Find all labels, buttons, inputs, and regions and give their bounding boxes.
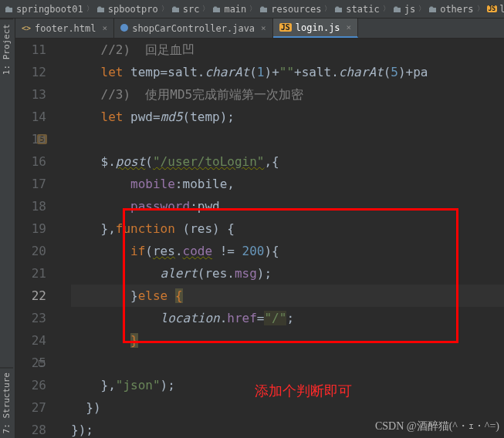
code-line[interactable]: },function (res) { — [71, 217, 504, 240]
code-line[interactable]: password:pwd — [71, 195, 504, 217]
chevron-right-icon: 〉 — [202, 4, 209, 14]
close-icon[interactable]: × — [261, 23, 266, 33]
breadcrumb-label: others — [440, 4, 473, 15]
annotation-text: 添加个判断即可 — [255, 382, 352, 400]
line-number: 16 — [15, 150, 46, 173]
breadcrumb-label: springboot01 — [16, 4, 83, 15]
folder-icon: 🖿 — [171, 4, 181, 15]
line-number: 155− — [15, 128, 46, 150]
line-number: 12 — [15, 61, 46, 83]
breadcrumb-item[interactable]: 🖿main — [212, 4, 246, 15]
fold-icon[interactable]: − — [39, 136, 45, 143]
line-number: 20 — [15, 240, 46, 262]
breadcrumb-label: js — [404, 4, 415, 15]
line-number: 21 — [15, 262, 46, 285]
line-number: 13 — [15, 83, 46, 106]
line-number: 25− — [15, 352, 46, 374]
breadcrumb-label: resources — [271, 4, 321, 15]
code-line[interactable]: mobile:mobile, — [71, 173, 504, 195]
breadcrumb-label: main — [224, 4, 246, 15]
code-line[interactable]: let pwd=md5(temp); — [71, 106, 504, 128]
code-line[interactable]: let temp=salt.charAt(1)+""+salt.charAt(5… — [71, 61, 504, 83]
gutter: 11121314155−16171819202122💡232425−262728 — [15, 39, 62, 438]
chevron-right-icon: 〉 — [383, 4, 390, 14]
tab-label: shopCarController.java — [132, 23, 255, 34]
code-line[interactable]: $.post("/user/toLogin",{ — [71, 150, 504, 173]
breadcrumb-item[interactable]: 🖿src — [171, 4, 200, 15]
js-file-icon: JS — [279, 23, 292, 32]
line-number: 19 — [15, 217, 46, 240]
breadcrumb-label: spbootpro — [108, 4, 158, 15]
breadcrumb-item[interactable]: 🖿js — [393, 4, 415, 15]
editor-tabs: <>footer.html×shopCarController.java×JSl… — [15, 19, 504, 39]
line-number: 22💡 — [15, 285, 46, 307]
code-line[interactable]: //3) 使用MD5完成前端第一次加密 — [71, 83, 504, 106]
tab-label: footer.html — [35, 23, 96, 34]
breadcrumb-label: src — [183, 4, 200, 15]
editor-tab[interactable]: shopCarController.java× — [114, 19, 273, 38]
fold-icon[interactable]: − — [39, 360, 45, 366]
watermark: CSDN @酒醉猫(^・ｪ・^=) — [375, 419, 499, 433]
line-number: 24 — [15, 329, 46, 352]
breadcrumb-item[interactable]: 🖿spbootpro — [96, 4, 158, 15]
sidebar-tab-project[interactable]: 1: Project — [0, 19, 13, 79]
chevron-right-icon: 〉 — [249, 4, 256, 14]
code-line[interactable] — [71, 352, 504, 374]
code-line[interactable] — [71, 128, 504, 150]
line-number: 28 — [15, 419, 46, 438]
line-number: 14 — [15, 106, 46, 128]
code-line[interactable]: location.href="/"; — [71, 307, 504, 329]
line-number: 23 — [15, 307, 46, 329]
folder-icon: 🖿 — [428, 4, 438, 15]
chevron-right-icon: 〉 — [477, 4, 484, 14]
chevron-right-icon: 〉 — [161, 4, 168, 14]
line-number: 27 — [15, 396, 46, 419]
breadcrumb-item[interactable]: 🖿static — [334, 4, 379, 15]
js-file-icon: JS — [487, 5, 498, 12]
breadcrumb-item[interactable]: 🖿others — [428, 4, 473, 15]
code-editor[interactable]: 11121314155−16171819202122💡232425−262728… — [15, 39, 504, 438]
chevron-right-icon: 〉 — [324, 4, 331, 14]
code-line[interactable]: }else { — [71, 285, 504, 307]
breadcrumb-item[interactable]: JSlogin.js — [487, 4, 504, 15]
code-area[interactable]: //2) 回足血凹 let temp=salt.charAt(1)+""+sal… — [62, 39, 504, 438]
line-number: 11 — [15, 39, 46, 61]
folder-icon: 🖿 — [96, 4, 106, 15]
breadcrumb-label: static — [346, 4, 379, 15]
breadcrumb-item[interactable]: 🖿springboot01 — [5, 4, 83, 15]
line-number: 18 — [15, 195, 46, 217]
code-line[interactable]: if(res.code != 200){ — [71, 240, 504, 262]
folder-icon: 🖿 — [393, 4, 402, 15]
code-line[interactable]: alert(res.msg); — [71, 262, 504, 285]
breadcrumb-label: login.js — [499, 4, 504, 15]
folder-icon: 🖿 — [212, 4, 222, 15]
breadcrumb: 🖿springboot01〉🖿spbootpro〉🖿src〉🖿main〉🖿res… — [0, 0, 504, 19]
line-number: 17 — [15, 173, 46, 195]
code-line[interactable]: } — [71, 329, 504, 352]
chevron-right-icon: 〉 — [86, 4, 93, 14]
close-icon[interactable]: × — [103, 23, 108, 33]
folder-icon: 🖿 — [259, 4, 269, 15]
editor-tab[interactable]: JSlogin.js× — [273, 19, 358, 38]
code-line[interactable]: //2) 回足血凹 — [71, 39, 504, 61]
folder-icon: 🖿 — [5, 4, 14, 15]
line-number: 26 — [15, 374, 46, 396]
html-file-icon: <> — [22, 24, 31, 32]
left-sidebar: 1: Project 7: Structure — [0, 19, 15, 438]
editor-tab[interactable]: <>footer.html× — [15, 19, 114, 38]
breadcrumb-item[interactable]: 🖿resources — [259, 4, 321, 15]
folder-icon: 🖿 — [334, 4, 343, 15]
chevron-right-icon: 〉 — [418, 4, 425, 14]
java-file-icon — [120, 24, 128, 33]
sidebar-tab-structure[interactable]: 7: Structure — [0, 367, 13, 438]
close-icon[interactable]: × — [347, 22, 352, 32]
tab-label: login.js — [296, 22, 340, 33]
